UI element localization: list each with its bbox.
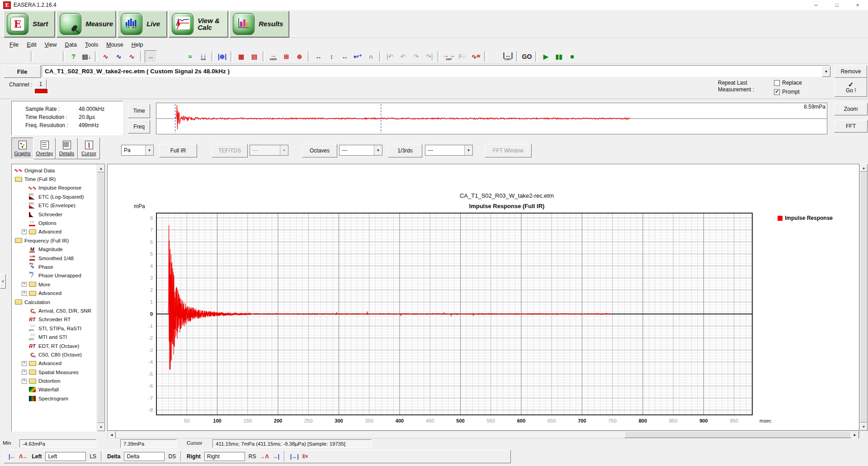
tree-item[interactable]: + C50, C80 (Octave) [12, 350, 97, 359]
table-mixed-icon[interactable]: ▦ [235, 50, 247, 63]
help-icon[interactable]: ? [67, 50, 80, 63]
view-tab[interactable]: Details [56, 138, 78, 159]
file-dropdown-button[interactable]: ▼ [822, 66, 830, 77]
prompt-checkbox[interactable] [774, 89, 780, 95]
separator[interactable] [535, 51, 538, 62]
expand-icon[interactable]: + [22, 370, 27, 375]
tree-item[interactable]: + Frequency (Full IR) [12, 236, 97, 245]
scroll-down-icon[interactable]: ▼ [97, 423, 105, 431]
jump-left-icon[interactable]: |← [9, 453, 15, 460]
chart-horizontal-scrollbar[interactable]: ◄ ► [107, 431, 859, 438]
remove-button[interactable]: Remove [835, 65, 867, 78]
tree-item[interactable]: + Waterfall [12, 385, 97, 394]
launcher-button[interactable]: View & Calc [169, 11, 228, 37]
tree-item[interactable]: + ETC (Envelope) [12, 201, 97, 210]
unit-combo[interactable]: Pa ▼ [121, 145, 154, 156]
zoom-cursors-icon[interactable]: |⊕| [216, 50, 228, 63]
left-cursor-field[interactable]: Left [45, 452, 86, 461]
fft-button[interactable]: FFT [834, 120, 868, 133]
view-tab[interactable]: Graphs [11, 138, 33, 159]
launcher-button[interactable]: Results [230, 11, 289, 37]
chart-vertical-scrollbar[interactable]: ▲ ▼ [859, 164, 868, 431]
separator[interactable] [438, 51, 440, 62]
octaves-button[interactable]: Octaves [302, 144, 337, 157]
peak-left-icon[interactable]: Λ← [19, 453, 28, 460]
separator[interactable] [231, 51, 233, 62]
jump-right-icon[interactable]: →| [272, 453, 279, 460]
zoom-horizontal-icon[interactable]: ↔ [339, 50, 351, 63]
expand-icon[interactable]: + [22, 229, 27, 234]
peak-right-icon[interactable]: →Λ [259, 453, 269, 460]
time-domain-button[interactable]: Time [128, 104, 150, 118]
maximize-button[interactable]: □ [826, 0, 847, 10]
export-image-save-icon[interactable] [48, 50, 61, 63]
chevron-down-icon[interactable]: ▼ [145, 145, 153, 155]
ds-button[interactable]: DS [168, 453, 176, 460]
tree-item[interactable]: + Calculation [12, 298, 97, 306]
tree-item[interactable]: + Arrival, C50, D/R, SNR [12, 306, 97, 315]
replace-checkbox[interactable] [774, 80, 780, 86]
full-ir-button[interactable]: Full IR [159, 144, 197, 157]
impulse-overlay-icon[interactable]: ∿ [113, 50, 125, 63]
expand-icon[interactable]: + [22, 361, 27, 366]
separator[interactable] [484, 51, 486, 62]
move-cursor-icon[interactable]: ↔ [312, 50, 325, 63]
keep-cursor-icon[interactable]: → KEEP [267, 50, 279, 63]
expand-icon[interactable]: + [22, 282, 27, 287]
undo-first-icon[interactable]: |↶ [384, 50, 396, 63]
menu-item[interactable]: Mouse [102, 41, 127, 49]
menu-item[interactable]: Tools [81, 41, 102, 49]
scroll-down-icon[interactable]: ▼ [860, 423, 868, 431]
menu-item[interactable]: Edit [23, 41, 41, 49]
tree-item[interactable]: + MTI and STI [12, 333, 97, 341]
table-rows-icon[interactable]: ▤ [248, 50, 260, 63]
tree-item[interactable]: + Time (Full IR) [12, 175, 97, 183]
edit-cursors-icon[interactable]: →→ EDIT [442, 50, 456, 63]
freq-domain-button[interactable]: Freq [128, 120, 150, 133]
window-fn-disabled-icon[interactable]: F∩ [457, 50, 469, 63]
tef-tds-button[interactable]: TEF/TDS [212, 144, 248, 157]
scroll-up-icon[interactable]: ▲ [97, 164, 105, 172]
pause-icon[interactable]: ▮▮ [553, 50, 565, 63]
minimize-button[interactable]: ─ [806, 0, 826, 10]
thirds-combo[interactable]: --- ▼ [425, 145, 473, 156]
tree-item[interactable]: + STI, STIPa, RaSTI [12, 324, 97, 333]
launcher-button[interactable]: Live [118, 11, 167, 37]
octave-combo[interactable]: --- ▼ [339, 145, 382, 156]
smooth-curve-icon[interactable]: ≈ [184, 50, 196, 63]
delta-cursor-field[interactable]: Delta [124, 452, 165, 461]
fft-window-button[interactable]: FFT Window [485, 144, 532, 157]
channel-selector[interactable]: 1 [35, 79, 47, 89]
copy-cursor-width-icon[interactable]: |↔| COPY [502, 50, 514, 63]
panel-collapse-button[interactable]: < [0, 274, 6, 289]
tree-item[interactable]: + Advanced [12, 359, 97, 368]
sort-samples-icon[interactable]: ↓↓ N M [197, 50, 209, 63]
tree-item[interactable]: + Smoothed 1/48 [12, 254, 97, 262]
redo-icon[interactable]: ↷ [410, 50, 422, 63]
thirds-button[interactable]: 1/3rds [388, 144, 422, 157]
export-image-icon[interactable] [35, 50, 47, 63]
scroll-left-icon[interactable]: ◄ [108, 431, 116, 439]
snapshot-export-icon[interactable] [489, 50, 501, 63]
separator[interactable] [379, 51, 382, 62]
open-file-icon[interactable] [3, 50, 15, 63]
chart-hscroll-thumb[interactable] [624, 431, 852, 438]
separator[interactable] [263, 51, 265, 62]
zoom-vertical-icon[interactable]: ↕ [326, 50, 338, 63]
menu-item[interactable]: View [41, 41, 61, 49]
undo-icon[interactable]: ↶ [397, 50, 409, 63]
chevron-down-icon[interactable]: ▼ [280, 145, 288, 155]
expand-icon[interactable]: + [22, 379, 27, 384]
tree-item[interactable]: + Advanced [12, 289, 97, 297]
save-file-icon[interactable] [16, 50, 28, 63]
tree-scrollbar-thumb[interactable] [97, 172, 105, 423]
tree-item[interactable]: + More [12, 280, 97, 289]
menu-item[interactable]: Help [127, 41, 147, 49]
close-cursors-icon[interactable]: ‖× [302, 453, 308, 460]
separator[interactable] [31, 51, 33, 62]
cursor-width-icon[interactable]: |↔| [290, 453, 299, 460]
tree-item[interactable]: + Schroeder [12, 210, 97, 219]
zoom-button[interactable]: Zoom [834, 103, 868, 115]
waveform-preview[interactable] [156, 103, 827, 134]
tree-scrollbar[interactable]: ▲ ▼ [97, 164, 105, 431]
